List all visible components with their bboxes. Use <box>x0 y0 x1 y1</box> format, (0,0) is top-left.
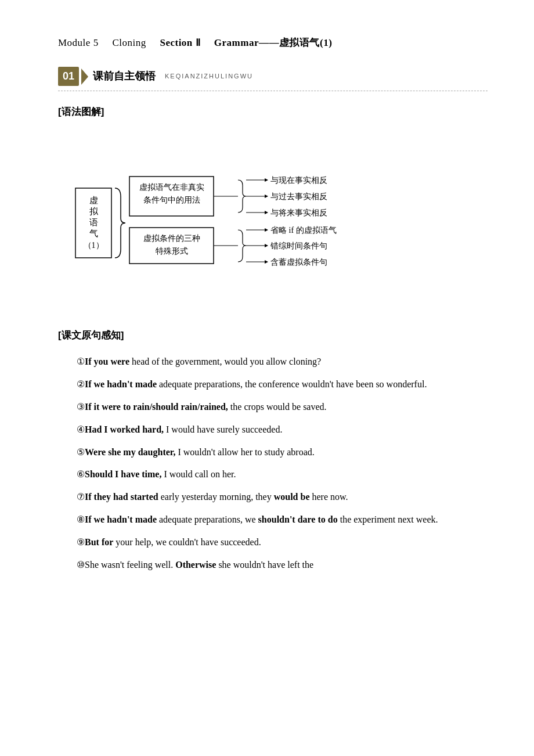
sentence-4-num: ④ <box>77 424 85 434</box>
sentence-2-bold: If we hadn't made <box>85 379 157 389</box>
sentence-6: ⑥Should I have time, I would call on her… <box>58 466 488 483</box>
sentence-5-bold: Were she my daughter, <box>85 447 175 457</box>
svg-text:含蓄虚拟条件句: 含蓄虚拟条件句 <box>270 258 327 267</box>
badge-pinyin: KEQIANZIZHULINGWU <box>165 71 253 82</box>
svg-text:虚: 虚 <box>89 196 98 205</box>
sentence-6-num: ⑥ <box>77 469 85 479</box>
sentence-8-bold1: If we hadn't made <box>85 514 157 524</box>
sentence-1-num: ① <box>77 357 85 366</box>
page-header: Module 5 Cloning Section Ⅱ Grammar——虚拟语气… <box>58 35 488 51</box>
sentence-4-bold: Had I worked hard, <box>85 424 164 434</box>
sentence-3: ③If it were to rain/should rain/rained, … <box>58 399 488 416</box>
sentence-3-bold: If it were to rain/should rain/rained, <box>85 402 228 412</box>
sentence-9-rest: your help, we couldn't have succeeded. <box>113 537 261 547</box>
grammar-diagram: 虚 拟 语 气 （1） 虚拟语气在非真实 条件句中的用法 虚拟条件的三种 特殊形… <box>70 130 430 310</box>
sentence-10: ⑩She wasn't feeling well. Otherwise she … <box>58 557 488 574</box>
module-label: Module 5 <box>58 37 99 48</box>
sentence-5: ⑤Were she my daughter, I wouldn't allow … <box>58 444 488 461</box>
sentence-7-num: ⑦ <box>77 492 85 502</box>
svg-text:拟: 拟 <box>89 207 99 216</box>
svg-marker-27 <box>265 244 268 247</box>
sentence-8-mid: adequate preparations, we <box>157 514 258 524</box>
svg-text:条件句中的用法: 条件句中的用法 <box>143 196 200 204</box>
svg-text:语: 语 <box>89 218 98 227</box>
sentence-9-num: ⑨ <box>77 537 85 547</box>
svg-text:气: 气 <box>89 229 98 238</box>
sentence-2-rest: adequate preparations, the conference wo… <box>157 379 427 389</box>
grammar-diagram-title: [语法图解] <box>58 104 488 120</box>
svg-marker-30 <box>265 260 268 264</box>
badge-number: 01 <box>58 67 79 86</box>
sentence-10-plain: She wasn't feeling well. <box>85 560 175 570</box>
badge-label: 课前自主领悟 <box>93 68 156 85</box>
sentence-7-bold2: would be <box>274 492 310 502</box>
svg-text:省略 if 的虚拟语气: 省略 if 的虚拟语气 <box>270 226 337 235</box>
section-badge: 01 课前自主领悟 KEQIANZIZHULINGWU <box>58 67 488 91</box>
sentence-1-rest: head of the government, would you allow … <box>129 357 321 366</box>
svg-marker-20 <box>265 211 268 214</box>
svg-text:特殊形式: 特殊形式 <box>156 247 188 255</box>
cloning-label: Cloning <box>112 37 146 48</box>
sentence-6-rest: I would call on her. <box>161 469 236 479</box>
sentence-3-num: ③ <box>77 402 85 412</box>
sentence-5-num: ⑤ <box>77 447 85 457</box>
sentence-10-num: ⑩ <box>77 560 85 570</box>
sentence-8-num: ⑧ <box>77 514 85 524</box>
svg-text:虚拟语气在非真实: 虚拟语气在非真实 <box>139 183 204 192</box>
sentence-3-rest: the crops would be saved. <box>228 402 327 412</box>
svg-text:与现在事实相反: 与现在事实相反 <box>270 176 327 185</box>
sentence-10-bold: Otherwise <box>175 560 216 570</box>
sentence-8-bold2: shouldn't dare to do <box>258 514 338 524</box>
sentences-title: [课文原句感知] <box>58 327 488 343</box>
svg-text:（1）: （1） <box>84 241 104 250</box>
sentence-9-bold: But for <box>85 537 113 547</box>
sentence-4: ④Had I worked hard, I would have surely … <box>58 422 488 438</box>
sentence-10-rest: she wouldn't have left the <box>216 560 313 570</box>
sentence-1: ①If you were head of the government, wou… <box>58 354 488 370</box>
sentence-7-mid: early yesterday morning, they <box>158 492 274 502</box>
sentence-9: ⑨But for your help, we couldn't have suc… <box>58 534 488 551</box>
diagram-svg: 虚 拟 语 气 （1） 虚拟语气在非真实 条件句中的用法 虚拟条件的三种 特殊形… <box>70 130 430 310</box>
svg-marker-14 <box>265 178 268 182</box>
sentence-8-rest: the experiment next week. <box>338 514 438 524</box>
sentence-2-num: ② <box>77 379 85 389</box>
sentence-6-bold: Should I have time, <box>85 469 161 479</box>
sentence-7-rest: here now. <box>310 492 348 502</box>
svg-text:与将来事实相反: 与将来事实相反 <box>270 208 327 217</box>
svg-text:虚拟条件的三种: 虚拟条件的三种 <box>143 234 200 243</box>
sentence-1-bold: If you were <box>85 357 129 366</box>
badge-triangle-icon <box>81 69 88 85</box>
grammar-label: Grammar——虚拟语气(1) <box>214 37 332 48</box>
sentence-4-rest: I would have surely succeeded. <box>164 424 282 434</box>
section-label: Section Ⅱ <box>160 37 200 48</box>
svg-rect-9 <box>129 228 214 264</box>
sentences-section: ①If you were head of the government, wou… <box>58 354 488 573</box>
svg-marker-24 <box>265 228 268 232</box>
svg-marker-17 <box>265 195 268 198</box>
sentence-8: ⑧If we hadn't made adequate preparations… <box>58 512 488 528</box>
sentence-2: ②If we hadn't made adequate preparations… <box>58 376 488 393</box>
sentence-7-bold1: If they had started <box>85 492 158 502</box>
sentence-5-rest: I wouldn't allow her to study abroad. <box>175 447 314 457</box>
svg-text:与过去事实相反: 与过去事实相反 <box>270 192 327 201</box>
svg-text:错综时间条件句: 错综时间条件句 <box>270 242 327 250</box>
sentence-7: ⑦If they had started early yesterday mor… <box>58 489 488 506</box>
